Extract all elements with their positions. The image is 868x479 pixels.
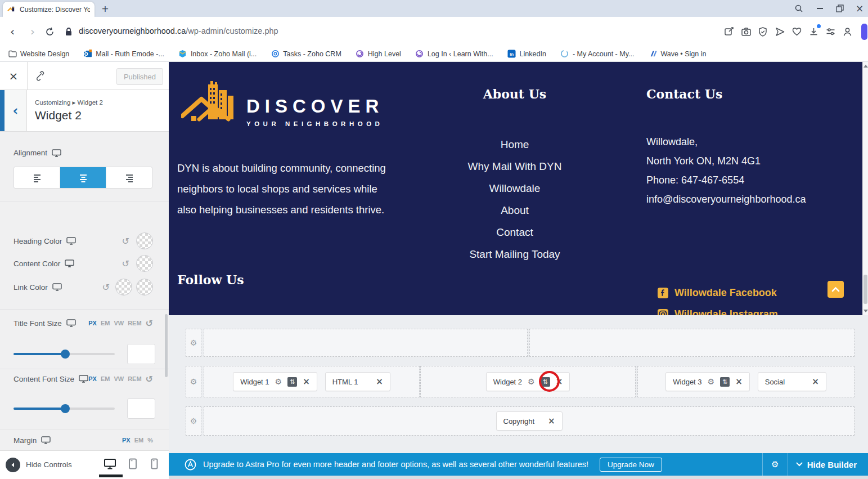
reset-icon[interactable]: ↺ (122, 236, 129, 247)
unit-vw[interactable]: VW (114, 320, 124, 326)
browser-tab[interactable]: Customize: Discover Your (3, 2, 95, 17)
bookmark-zoho-inbox[interactable]: Inbox - Zoho Mail (i... (178, 50, 257, 59)
widget-settings-icon[interactable]: ⚙ (275, 377, 282, 386)
footer-link-start-mailing[interactable]: Start Mailing Today (430, 248, 599, 261)
remove-widget-icon[interactable]: × (548, 416, 555, 426)
search-icon[interactable] (792, 2, 806, 15)
reset-icon[interactable]: ↺ (146, 318, 153, 329)
widget-move-icon[interactable]: ⇅ (287, 377, 297, 387)
widget1-chip[interactable]: Widget 1 ⚙ ⇅ × (233, 372, 317, 391)
back-icon[interactable]: ‹ (7, 26, 18, 37)
title-font-size-slider[interactable] (14, 353, 115, 355)
align-left-button[interactable] (14, 167, 60, 188)
scroll-to-top-button[interactable] (827, 281, 844, 298)
builder-cell-center[interactable]: Widget 2 ⚙ ⇅ × (420, 366, 636, 397)
builder-cell-left[interactable]: Widget 1 ⚙ ⇅ × HTML 1 × (204, 366, 420, 397)
preview-scrollbar[interactable] (862, 62, 868, 315)
unit-rem[interactable]: REM (128, 320, 141, 326)
builder-cell-bottom[interactable]: Copyright × (204, 406, 854, 436)
reset-icon[interactable]: ↺ (122, 258, 129, 269)
close-window-button[interactable]: × (853, 2, 866, 15)
close-customizer-button[interactable]: × (0, 62, 28, 89)
social-chip[interactable]: Social × (758, 372, 826, 391)
forward-icon[interactable]: › (27, 26, 38, 37)
unit-em[interactable]: EM (101, 375, 110, 382)
builder-cell-empty[interactable] (204, 329, 528, 357)
scrollbar-up-arrow[interactable] (863, 65, 868, 68)
hide-controls-label[interactable]: Hide Controls (26, 460, 72, 469)
unit-px[interactable]: PX (88, 320, 97, 326)
send-icon[interactable] (774, 26, 785, 37)
unit-rem[interactable]: REM (128, 375, 141, 382)
shield-check-icon[interactable] (757, 26, 768, 37)
reload-icon[interactable] (44, 26, 55, 37)
reset-icon[interactable]: ↺ (146, 374, 153, 384)
bookmark-learn-login[interactable]: Log In ‹ Learn With... (415, 50, 493, 59)
reset-icon[interactable]: ↺ (102, 282, 110, 293)
widget-settings-icon[interactable]: ⚙ (708, 377, 715, 386)
bookmark-linkedin[interactable]: in LinkedIn (507, 50, 546, 59)
builder-settings-icon[interactable]: ⚙ (763, 459, 788, 469)
unit-vw[interactable]: VW (114, 375, 124, 382)
preview-tablet-button[interactable] (128, 458, 137, 469)
profile-icon[interactable] (842, 26, 853, 37)
unit-px[interactable]: PX (122, 437, 131, 444)
lock-icon[interactable] (63, 26, 74, 37)
back-button[interactable]: ‹ (5, 90, 27, 131)
screenshot-icon[interactable] (740, 26, 752, 37)
bookmark-my-account[interactable]: - My Account - My... (560, 50, 635, 59)
footer-link-about[interactable]: About (430, 204, 599, 217)
slider-thumb[interactable] (61, 404, 70, 413)
title-font-size-input[interactable] (127, 344, 155, 364)
footer-link-willowdale[interactable]: Willowdale (430, 182, 599, 195)
sidebar-handle[interactable] (861, 24, 867, 40)
published-button[interactable]: Published (116, 68, 163, 85)
link-color-swatch[interactable] (115, 279, 132, 296)
heading-color-swatch[interactable] (136, 232, 153, 249)
link-hover-color-swatch[interactable] (136, 279, 153, 296)
hide-builder-button[interactable]: Hide Builder (788, 460, 868, 469)
remove-widget-icon[interactable]: × (735, 377, 743, 387)
preview-mobile-button[interactable] (151, 458, 158, 469)
remove-widget-icon[interactable]: × (812, 377, 819, 387)
bookmark-zoho-crm[interactable]: Tasks - Zoho CRM (271, 50, 341, 59)
remove-widget-icon[interactable]: × (303, 377, 310, 387)
remove-widget-icon[interactable]: × (376, 377, 383, 387)
restore-button[interactable] (833, 2, 847, 15)
align-right-button[interactable] (106, 167, 152, 188)
bookmark-wave[interactable]: Wave • Sign in (648, 50, 706, 59)
bookmark-outlook-mail[interactable]: Mail - Ruth Emode -... (83, 50, 164, 59)
link-icon[interactable] (27, 62, 53, 89)
bookmark-highlevel[interactable]: High Level (356, 50, 401, 59)
row-settings-button[interactable]: ⚙ (186, 406, 201, 436)
footer-link-why-mail[interactable]: Why Mail With DYN (430, 160, 599, 173)
html1-chip[interactable]: HTML 1 × (325, 372, 390, 391)
bookmark-website-design[interactable]: Website Design (8, 50, 69, 59)
facebook-link-row[interactable]: Willowdale Facebook (658, 287, 777, 299)
favorites-heart-icon[interactable] (791, 26, 802, 37)
slider-thumb[interactable] (61, 350, 70, 359)
footer-link-home[interactable]: Home (430, 138, 599, 151)
panel-scrollbar[interactable] (165, 314, 168, 377)
widget-move-icon[interactable]: ⇅ (720, 377, 730, 387)
share-edit-icon[interactable] (723, 26, 735, 37)
scrollbar-down-arrow[interactable] (863, 310, 868, 312)
content-font-size-input[interactable] (127, 399, 155, 419)
collapse-icon[interactable] (6, 458, 20, 472)
content-color-swatch[interactable] (136, 255, 153, 272)
upgrade-now-button[interactable]: Upgrade Now (600, 458, 662, 472)
scrollbar-thumb[interactable] (863, 275, 867, 304)
copyright-chip[interactable]: Copyright × (496, 411, 563, 431)
row-settings-button[interactable]: ⚙ (186, 366, 201, 397)
unit-px[interactable]: PX (88, 375, 97, 382)
align-center-button[interactable] (60, 167, 106, 188)
downloads-icon[interactable] (808, 26, 819, 37)
unit-em[interactable]: EM (101, 320, 110, 326)
settings-tune-icon[interactable] (825, 26, 836, 37)
builder-cell-empty[interactable] (529, 329, 854, 357)
new-tab-button[interactable]: + (99, 2, 111, 15)
content-font-size-slider[interactable] (14, 408, 115, 410)
row-settings-button[interactable]: ⚙ (186, 329, 201, 357)
minimize-button[interactable] (813, 2, 826, 15)
preview-desktop-button[interactable] (104, 458, 116, 469)
